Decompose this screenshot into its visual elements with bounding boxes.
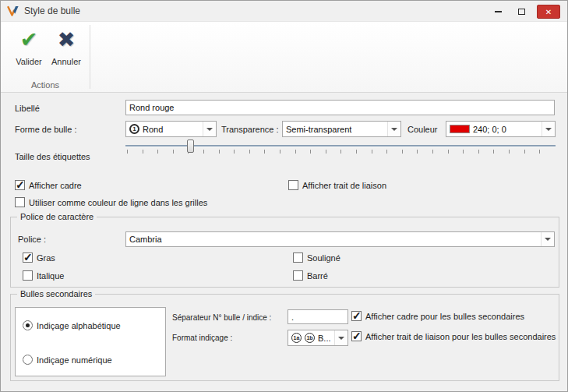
libelle-label: Libellé bbox=[15, 104, 40, 113]
radio-button[interactable] bbox=[23, 355, 33, 365]
chevron-down-icon[interactable] bbox=[203, 122, 216, 136]
minimize-button[interactable] bbox=[490, 5, 506, 18]
checkbox-box[interactable] bbox=[351, 331, 362, 341]
checkbox-label: Gras bbox=[37, 253, 55, 263]
checkbox-box[interactable] bbox=[351, 311, 362, 321]
checkbox-label: Afficher cadre bbox=[29, 181, 82, 190]
couleur-value: 240; 0; 0 bbox=[473, 125, 506, 134]
bubble-index-icon: 1a bbox=[291, 333, 302, 343]
checkbox-label: Afficher cadre pour les bulles secondair… bbox=[365, 312, 524, 321]
gras-checkbox[interactable]: Gras bbox=[23, 253, 55, 263]
chevron-down-icon[interactable] bbox=[387, 122, 400, 136]
police-dropdown[interactable]: Cambria bbox=[125, 231, 555, 247]
checkbox-box[interactable] bbox=[23, 270, 33, 281]
checkbox-box[interactable] bbox=[15, 180, 25, 190]
radio-label: Indiçage alphabétique bbox=[37, 321, 121, 330]
souligne-checkbox[interactable]: Souligné bbox=[293, 253, 340, 263]
police-group-legend: Police de caractère bbox=[17, 212, 97, 221]
transparence-dropdown[interactable]: Semi-transparent bbox=[282, 121, 401, 137]
dialog-style-de-bulle: Style de bulle ✕ ✔ Valider ✖ Annuler Act… bbox=[0, 0, 568, 392]
checkbox-label: Italique bbox=[37, 271, 64, 281]
afficher-cadre-checkbox[interactable]: Afficher cadre bbox=[15, 180, 82, 190]
color-swatch bbox=[450, 125, 470, 133]
police-value: Cambria bbox=[129, 235, 162, 244]
window-title: Style de bulle bbox=[24, 5, 80, 16]
x-icon: ✖ bbox=[48, 26, 85, 54]
taille-label: Taille des étiquettes bbox=[15, 152, 90, 161]
forme-label: Forme de bulle : bbox=[15, 125, 76, 134]
checkbox-label: Afficher trait de liaison bbox=[302, 181, 386, 190]
cancel-button[interactable]: ✖ Annuler bbox=[48, 26, 85, 68]
maximize-button[interactable] bbox=[513, 5, 529, 18]
format-indicage-dropdown[interactable]: 1a 1b B... bbox=[288, 330, 348, 346]
window-controls: ✕ bbox=[490, 5, 560, 19]
checkbox-box[interactable] bbox=[15, 197, 25, 207]
afficher-trait-checkbox[interactable]: Afficher trait de liaison bbox=[288, 180, 386, 190]
toolbar-separator bbox=[90, 25, 90, 89]
forme-value: Rond bbox=[143, 125, 163, 134]
barre-checkbox[interactable]: Barré bbox=[293, 270, 328, 281]
radio-button[interactable] bbox=[23, 320, 33, 330]
indicage-numerique-radio[interactable]: Indiçage numérique bbox=[23, 355, 112, 365]
indicage-panel bbox=[15, 307, 166, 376]
app-icon bbox=[7, 5, 19, 17]
radio-label: Indiçage numérique bbox=[37, 355, 112, 365]
format-indicage-label: Format indiçage : bbox=[172, 334, 232, 342]
checkbox-label: Utiliser comme couleur de ligne dans les… bbox=[29, 198, 207, 207]
maximize-icon bbox=[518, 9, 525, 15]
close-icon: ✕ bbox=[545, 8, 552, 16]
libelle-input[interactable] bbox=[125, 100, 555, 115]
validate-label: Valider bbox=[16, 57, 41, 66]
checkbox-box[interactable] bbox=[293, 253, 303, 263]
separateur-input[interactable] bbox=[288, 309, 348, 324]
italique-checkbox[interactable]: Italique bbox=[23, 270, 64, 281]
couleur-dropdown[interactable]: 240; 0; 0 bbox=[446, 121, 556, 137]
indicage-alphabetique-radio[interactable]: Indiçage alphabétique bbox=[23, 320, 121, 330]
cadre-secondaires-checkbox[interactable]: Afficher cadre pour les bulles secondair… bbox=[351, 311, 524, 321]
bubble-index-icon: 1b bbox=[305, 333, 315, 343]
checkbox-box[interactable] bbox=[23, 253, 33, 263]
chevron-down-icon[interactable] bbox=[541, 232, 554, 246]
minimize-icon bbox=[495, 11, 502, 12]
transparence-label: Transparence : bbox=[221, 125, 279, 134]
check-icon: ✔ bbox=[10, 26, 48, 54]
checkbox-label: Souligné bbox=[307, 253, 340, 263]
couleur-label: Couleur bbox=[407, 125, 438, 134]
toolbar: ✔ Valider ✖ Annuler Actions bbox=[1, 21, 567, 93]
forme-dropdown[interactable]: 1 Rond bbox=[125, 121, 217, 137]
title-bar[interactable]: Style de bulle ✕ bbox=[1, 1, 567, 21]
checkbox-box[interactable] bbox=[288, 180, 298, 190]
validate-button[interactable]: ✔ Valider bbox=[10, 26, 48, 68]
bulles-group-legend: Bulles secondaires bbox=[17, 289, 95, 298]
checkbox-box[interactable] bbox=[293, 270, 303, 281]
trait-secondaires-checkbox[interactable]: Afficher trait de liaison pour les bulle… bbox=[351, 331, 556, 341]
taille-slider-thumb[interactable] bbox=[187, 139, 194, 153]
format-value: B... bbox=[318, 334, 331, 343]
utiliser-couleur-checkbox[interactable]: Utiliser comme couleur de ligne dans les… bbox=[15, 197, 207, 207]
chevron-down-icon[interactable] bbox=[334, 330, 348, 345]
cancel-label: Annuler bbox=[51, 57, 81, 66]
checkbox-label: Barré bbox=[307, 271, 328, 281]
close-button[interactable]: ✕ bbox=[537, 5, 560, 19]
chevron-down-icon[interactable] bbox=[542, 122, 555, 136]
police-label: Police : bbox=[18, 235, 46, 244]
transparence-value: Semi-transparent bbox=[286, 125, 351, 134]
police-groupbox: Police de caractère bbox=[10, 217, 559, 288]
actions-group-label: Actions bbox=[1, 80, 90, 90]
separateur-label: Séparateur N° bulle / indice : bbox=[172, 313, 271, 322]
round-shape-icon: 1 bbox=[129, 124, 139, 134]
checkbox-label: Afficher trait de liaison pour les bulle… bbox=[365, 332, 556, 341]
